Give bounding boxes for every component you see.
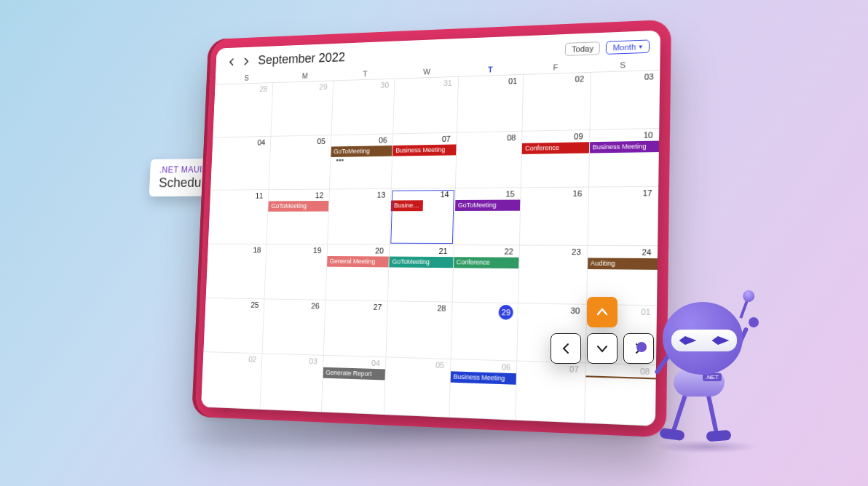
event-chip[interactable]: Business Meeting	[450, 372, 516, 385]
day-number: 05	[274, 137, 328, 146]
day-cell[interactable]: 31	[393, 77, 458, 134]
more-events-icon[interactable]: •••	[334, 156, 390, 162]
scheduler-app: September 2022 Today Month ▾ SMTWTFS 282…	[201, 31, 660, 426]
event-chip[interactable]: Generate Report	[323, 367, 385, 381]
day-cell[interactable]: 22Conference	[452, 245, 520, 303]
day-number: 07	[396, 134, 454, 143]
event-chip[interactable]: General Meeting	[327, 256, 389, 267]
event-chip[interactable]: GoToMeeting	[455, 200, 521, 211]
day-cell[interactable]: 10Business Meeting	[589, 129, 660, 188]
day-cell[interactable]: 29	[451, 302, 518, 362]
day-number: 13	[332, 191, 388, 199]
day-cell[interactable]: 17	[588, 187, 658, 246]
day-number: 17	[591, 188, 655, 198]
day-cell[interactable]: 19	[265, 244, 328, 300]
day-cell[interactable]: 02	[201, 352, 263, 410]
day-cell[interactable]: 08	[456, 131, 523, 188]
day-number: 08	[459, 133, 518, 143]
day-number: 14	[394, 190, 451, 199]
day-number: 04	[215, 138, 268, 147]
day-number: 18	[210, 246, 264, 255]
event-chip[interactable]: Business Meeting	[589, 140, 659, 153]
weekday-label: W	[395, 66, 458, 77]
day-number: 15	[458, 190, 518, 199]
event-chip[interactable]: Auditing	[588, 258, 658, 269]
day-cell[interactable]: 26	[263, 299, 326, 356]
day-cell[interactable]: 07Business Meeting	[392, 132, 457, 189]
day-number: 26	[267, 300, 323, 310]
prev-month-button[interactable]	[227, 57, 237, 66]
day-number: 24	[591, 247, 655, 257]
event-chip[interactable]: Business Meeting	[391, 201, 423, 212]
day-cell[interactable]: 06GoToMeeting•••	[330, 134, 394, 190]
day-number: 22	[457, 247, 516, 256]
day-number: 04	[326, 357, 383, 367]
day-number: 19	[269, 246, 324, 255]
day-number: 05	[389, 359, 447, 370]
mascot-robot: .NET	[634, 291, 765, 451]
day-cell[interactable]: 18	[206, 244, 267, 299]
scroll-left-button[interactable]	[551, 333, 581, 364]
day-number: 28	[217, 84, 270, 95]
day-cell[interactable]: 06Business Meeting	[449, 359, 517, 420]
day-cell[interactable]: 11	[208, 190, 269, 244]
day-cell[interactable]: 29	[272, 81, 334, 136]
day-cell[interactable]: 09Conference	[521, 130, 590, 188]
day-number: 09	[525, 132, 586, 142]
day-number: 03	[265, 356, 320, 366]
day-number: 29	[276, 82, 331, 92]
day-cell[interactable]: 28	[213, 83, 273, 138]
day-number: 30	[336, 81, 392, 91]
event-chip[interactable]: GoToMeeting	[390, 257, 454, 268]
day-cell[interactable]: 15GoToMeeting	[454, 188, 521, 246]
event-chip[interactable]: Conference	[454, 257, 519, 268]
weekday-label: S	[589, 60, 658, 71]
day-cell[interactable]: 16	[520, 188, 589, 246]
day-number: 31	[398, 79, 455, 89]
day-cell[interactable]: 05	[269, 135, 332, 191]
event-chip[interactable]: Business Meeting	[392, 144, 456, 156]
day-cell[interactable]: 03	[590, 71, 660, 130]
day-number: 06	[454, 361, 514, 372]
weekday-label: T	[458, 64, 523, 75]
day-number: 23	[523, 247, 584, 257]
day-number: 27	[328, 301, 384, 311]
day-cell[interactable]: 30	[331, 79, 395, 135]
day-number: 21	[392, 247, 451, 255]
day-number: 12	[272, 191, 326, 200]
day-cell[interactable]: 02	[523, 73, 591, 132]
view-picker-label: Month	[613, 42, 636, 52]
scroll-up-button[interactable]	[587, 297, 618, 327]
day-cell[interactable]: 12GoToMeeting	[267, 190, 330, 245]
day-number: 11	[213, 191, 266, 200]
day-number: 02	[526, 74, 587, 85]
tablet: September 2022 Today Month ▾ SMTWTFS 282…	[201, 31, 660, 426]
day-number: 06	[334, 135, 390, 145]
month-grid[interactable]: 28293031010203040506GoToMeeting•••07Busi…	[201, 70, 660, 426]
day-cell[interactable]: 27	[324, 300, 389, 357]
day-cell[interactable]: 28	[387, 301, 453, 359]
day-cell[interactable]: 25	[203, 298, 264, 354]
view-picker[interactable]: Month ▾	[606, 39, 650, 55]
day-cell[interactable]: 03	[261, 354, 324, 413]
day-cell[interactable]: 21GoToMeeting	[388, 245, 454, 303]
day-cell[interactable]: 23	[518, 245, 588, 304]
scroll-down-button[interactable]	[587, 333, 618, 364]
month-title: September 2022	[258, 50, 345, 68]
day-number: 28	[390, 303, 449, 313]
day-number: 20	[330, 246, 387, 255]
day-cell[interactable]: 04	[210, 136, 272, 191]
day-cell[interactable]: 13	[328, 189, 392, 245]
day-cell[interactable]: 20General Meeting	[326, 244, 390, 301]
chevron-down-icon: ▾	[639, 42, 642, 49]
day-number: 02	[205, 354, 259, 364]
today-marker: 29	[499, 304, 514, 319]
day-number: 03	[593, 72, 657, 83]
weekday-label: T	[335, 68, 396, 79]
weekday-label: S	[218, 73, 276, 83]
event-chip[interactable]: GoToMeeting	[269, 201, 329, 212]
day-number: 10	[593, 130, 656, 140]
day-number: 25	[208, 300, 262, 309]
day-number: 01	[461, 76, 520, 87]
